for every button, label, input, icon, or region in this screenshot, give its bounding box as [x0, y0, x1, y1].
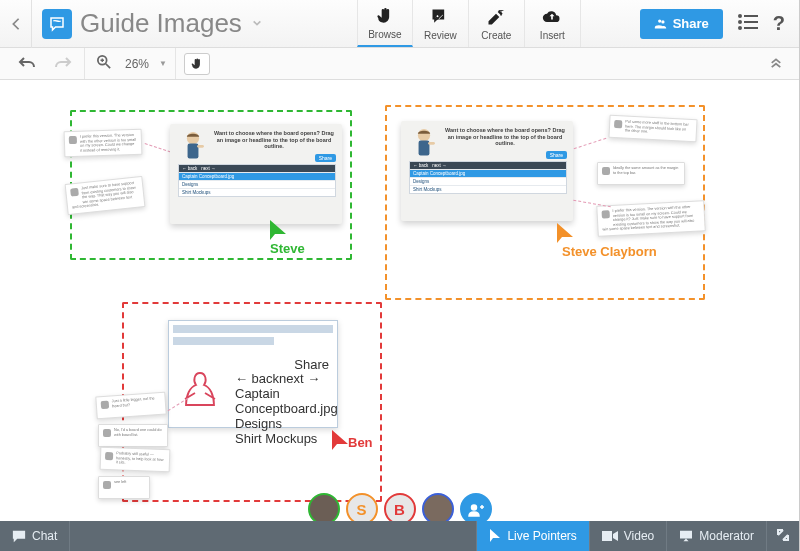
connector-line [574, 138, 607, 149]
note[interactable]: Just a little bigger, not the board but? [95, 392, 166, 420]
bottom-bar-spacer [70, 521, 477, 551]
pan-tool[interactable] [184, 53, 210, 75]
hand-icon [374, 6, 396, 26]
speech-scribble-icon [48, 15, 66, 33]
live-pointer-label-green: Steve [270, 241, 305, 256]
video-button[interactable]: Video [590, 521, 667, 551]
magnifier-icon [97, 55, 111, 69]
note[interactable]: I prefer this version. The version with … [64, 129, 143, 158]
double-chevron-up-icon [769, 56, 783, 68]
redo-button[interactable] [50, 53, 76, 74]
live-pointers-button[interactable]: Live Pointers [477, 521, 589, 551]
list-icon [737, 13, 759, 31]
expand-icon[interactable] [777, 529, 789, 541]
chat-button[interactable]: Chat [0, 521, 70, 551]
add-person-icon [468, 501, 484, 517]
bottom-bar: Chat Live Pointers Video Moderator [0, 521, 799, 551]
svg-rect-13 [419, 141, 430, 156]
svg-point-3 [738, 20, 742, 24]
note[interactable]: I prefer this version. The version with … [596, 200, 705, 236]
cloud-upload-icon [541, 7, 563, 27]
mode-tab-create[interactable]: T Create [469, 0, 525, 47]
board-title[interactable]: Guide Images [80, 8, 242, 39]
live-pointer-red [330, 430, 350, 455]
mode-tab-label: Insert [540, 30, 565, 41]
svg-rect-14 [428, 142, 435, 145]
illustration-person [178, 130, 208, 164]
back-button[interactable] [0, 0, 32, 48]
tip-card[interactable]: Want to choose where the board opens? Dr… [401, 121, 573, 221]
mode-tabs: Browse Review T Create Insert [357, 0, 581, 47]
mode-tab-label: Browse [368, 29, 401, 40]
connector-line [573, 200, 611, 208]
zoom-dropdown[interactable]: ▼ [159, 59, 167, 68]
expand-bottom-bar [767, 529, 799, 544]
chevron-down-icon [252, 18, 262, 28]
zoom-value[interactable]: 26% [125, 57, 149, 71]
undo-icon [18, 55, 36, 69]
toolbar: 26% ▼ [0, 48, 799, 80]
collapse-toolbar[interactable] [769, 56, 793, 71]
share-button[interactable]: Share [640, 9, 723, 39]
chat-label: Chat [32, 529, 57, 543]
mini-share: Share [294, 357, 329, 372]
svg-rect-4 [744, 21, 758, 23]
mini-list: ← backnext → Captain Conceptboard.jpg De… [409, 161, 567, 194]
create-icon: T [485, 7, 507, 27]
live-pointer-label-red: Ben [348, 435, 373, 450]
video-label: Video [624, 529, 654, 543]
wireframe-card[interactable]: Share ← backnext → Captain Conceptboard.… [168, 320, 338, 428]
note[interactable]: No, I'd a board one could do with board … [98, 424, 168, 447]
illustration-person [409, 127, 439, 161]
live-pointers-label: Live Pointers [507, 529, 576, 543]
share-button-label: Share [673, 16, 709, 31]
zoom-button[interactable] [93, 53, 115, 74]
canvas[interactable]: I prefer this version. The version with … [0, 80, 799, 521]
chevron-left-icon [9, 17, 23, 31]
moderator-label: Moderator [699, 529, 754, 543]
mini-list: ← backnext → Captain Conceptboard.jpg De… [235, 371, 331, 446]
svg-rect-6 [744, 27, 758, 29]
mode-tab-label: Review [424, 30, 457, 41]
mini-list: ← backnext → Captain Conceptboard.jpg De… [178, 164, 336, 197]
mini-share: Share [315, 154, 336, 162]
live-pointer-label-orange: Steve Clayborn [562, 244, 657, 259]
mode-tab-insert[interactable]: Insert [525, 0, 581, 47]
mode-tab-review[interactable]: Review [413, 0, 469, 47]
svg-text:T: T [499, 8, 504, 18]
svg-point-5 [738, 26, 742, 30]
chat-icon [12, 529, 26, 543]
top-header: Guide Images Browse Review T Create [0, 0, 799, 48]
note[interactable]: Probably still useful — honestly, to hel… [100, 447, 171, 472]
note[interactable]: Put some more stuff in the bottom bar he… [608, 115, 697, 143]
svg-rect-11 [197, 145, 204, 148]
hand-icon [190, 57, 204, 71]
tip-card[interactable]: Want to choose where the board opens? Dr… [170, 124, 342, 224]
svg-point-1 [738, 14, 742, 18]
undo-button[interactable] [14, 53, 40, 74]
pointer-icon [489, 529, 501, 543]
mode-tab-label: Create [481, 30, 511, 41]
header-right: Share ? [640, 9, 799, 39]
board-title-chevron[interactable] [252, 17, 262, 31]
people-icon [654, 17, 667, 30]
board-orange[interactable]: Want to choose where the board opens? Dr… [385, 105, 705, 300]
mode-tab-browse[interactable]: Browse [357, 0, 413, 47]
brand-area: Guide Images [32, 8, 272, 39]
redo-icon [54, 55, 72, 69]
help-button[interactable]: ? [773, 12, 785, 35]
sketch-figure [177, 367, 223, 425]
note[interactable]: Just make sure to have support from exis… [65, 176, 146, 215]
svg-rect-2 [744, 15, 758, 17]
list-view-button[interactable] [737, 11, 759, 37]
app-logo [42, 9, 72, 39]
svg-rect-10 [188, 144, 199, 159]
board-red[interactable]: Share ← backnext → Captain Conceptboard.… [122, 302, 382, 502]
note[interactable]: Ideally the same amount as the margin to… [597, 162, 685, 185]
video-icon [602, 530, 618, 542]
mini-share: Share [546, 151, 567, 159]
moderator-button[interactable]: Moderator [667, 521, 767, 551]
presentation-icon [679, 530, 693, 542]
board-green[interactable]: I prefer this version. The version with … [70, 110, 352, 260]
review-icon [429, 7, 451, 27]
